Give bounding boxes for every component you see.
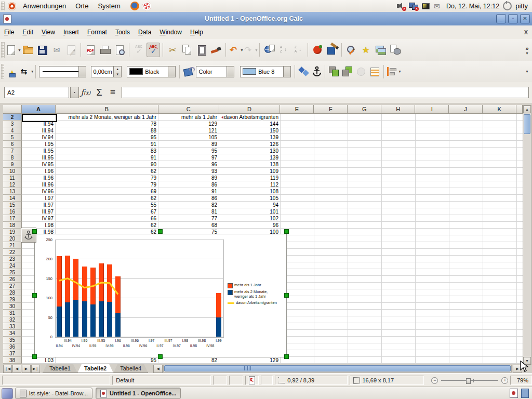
panel-menu-system[interactable]: System (93, 1, 125, 11)
firefox-launcher-icon[interactable] (130, 2, 139, 10)
cell-K23[interactable] (483, 256, 517, 262)
cell-K38[interactable] (483, 357, 517, 364)
cell-K12[interactable] (483, 181, 517, 188)
cell-K11[interactable] (483, 175, 517, 181)
cell-A7[interactable]: II.95 (22, 148, 56, 154)
cell-G30[interactable] (348, 303, 382, 310)
cell-K2[interactable] (483, 114, 517, 121)
cell-partial[interactable] (517, 181, 523, 188)
menu-insert[interactable]: Insert (59, 26, 83, 38)
find-replace-button[interactable] (344, 43, 358, 57)
send-to-back-button[interactable] (341, 64, 354, 79)
cell-H10[interactable] (382, 168, 416, 175)
cell-D8[interactable]: 139 (219, 154, 281, 161)
navigator-button[interactable]: ★ (359, 43, 373, 57)
signature-cell[interactable] (261, 376, 273, 385)
sheet-tab-tabelle1[interactable]: Tabelle1 (43, 364, 77, 373)
cell-C5[interactable]: 105 (158, 134, 219, 141)
cell-J4[interactable] (449, 127, 483, 134)
cell-G33[interactable] (348, 323, 382, 330)
dropdown-arrow-icon[interactable]: ▼ (255, 48, 258, 52)
cell-H38[interactable] (382, 357, 416, 364)
menu-edit[interactable]: Edit (18, 26, 37, 38)
cell-C4[interactable]: 121 (158, 127, 219, 134)
cell-F21[interactable] (314, 242, 348, 249)
cell-A9[interactable]: IV.95 (22, 161, 56, 168)
cell-I5[interactable] (416, 134, 449, 141)
cell-H34[interactable] (382, 330, 416, 337)
cell-C10[interactable]: 93 (158, 168, 219, 175)
cell-D18[interactable]: 96 (219, 222, 281, 229)
cell-K20[interactable] (483, 235, 517, 242)
embedded-chart[interactable]: 050100150200250II.94III.94IV.94I.95II.95… (34, 234, 287, 357)
last-sheet-icon[interactable]: ▶❘ (31, 365, 40, 373)
cell-partial[interactable] (517, 296, 523, 303)
cell-F29[interactable] (314, 296, 348, 303)
cell-K24[interactable] (483, 262, 517, 269)
cell-K8[interactable] (483, 154, 517, 161)
cell-I37[interactable] (416, 350, 449, 357)
zoom-slider-thumb[interactable] (466, 378, 471, 384)
open-button[interactable] (21, 43, 34, 57)
cell-F35[interactable] (314, 337, 348, 343)
cell-C7[interactable]: 95 (158, 148, 219, 154)
maximize-button[interactable]: ▫ (508, 14, 518, 23)
cell-J12[interactable] (449, 181, 483, 188)
cell-K19[interactable] (483, 229, 517, 235)
cell-I7[interactable] (416, 148, 449, 154)
cell-H30[interactable] (382, 303, 416, 310)
equals-button[interactable]: = (106, 86, 119, 99)
cell-G4[interactable] (348, 127, 382, 134)
cell-A5[interactable]: IV.94 (22, 134, 56, 141)
column-header-F[interactable]: F (314, 105, 348, 114)
panel-clock[interactable]: Do, 12. Mai, 12:12 (446, 3, 499, 10)
cell-J11[interactable] (449, 175, 483, 181)
column-header-H[interactable]: H (381, 105, 415, 114)
cell-I12[interactable] (416, 181, 449, 188)
line-style-select[interactable] (39, 66, 79, 77)
cell-F22[interactable] (314, 249, 348, 256)
cell-D16[interactable]: 101 (219, 208, 281, 215)
row-header-18[interactable]: 18 (3, 222, 22, 229)
document-modified-cell[interactable] (245, 376, 259, 385)
cell-I33[interactable] (416, 323, 449, 330)
cell-H8[interactable] (382, 154, 416, 161)
function-wizard-button[interactable]: ƒ(x) (79, 86, 92, 99)
cell-F4[interactable] (314, 127, 348, 134)
cell-E4[interactable] (281, 127, 314, 134)
cell-E9[interactable] (281, 161, 314, 168)
next-sheet-icon[interactable]: ▶ (22, 365, 31, 373)
row-header-27[interactable]: 27 (3, 283, 22, 289)
cell-J30[interactable] (449, 303, 483, 310)
area-style-select[interactable]: Color (196, 66, 228, 77)
cell-partial[interactable] (517, 208, 523, 215)
cell-E12[interactable] (281, 181, 314, 188)
cell-I11[interactable] (416, 175, 449, 181)
cell-I19[interactable] (416, 229, 449, 235)
horizontal-scroll-thumb[interactable] (164, 365, 511, 371)
cell-C14[interactable]: 86 (158, 195, 219, 202)
row-header-20[interactable]: 20 (3, 235, 22, 242)
row-header-32[interactable]: 32 (3, 316, 22, 323)
cell-H25[interactable] (382, 269, 416, 276)
cell-I29[interactable] (416, 296, 449, 303)
cell-F14[interactable] (314, 195, 348, 202)
cell-J5[interactable] (449, 134, 483, 141)
cell-J26[interactable] (449, 276, 483, 283)
cell-F16[interactable] (314, 208, 348, 215)
vertical-scroll-thumb[interactable] (524, 114, 530, 134)
cell-I23[interactable] (416, 256, 449, 262)
cell-F28[interactable] (314, 289, 348, 296)
cell-K17[interactable] (483, 215, 517, 222)
sort-ascending-button[interactable]: AZ↓ (277, 43, 290, 57)
cell-G18[interactable] (348, 222, 382, 229)
cell-G38[interactable] (348, 357, 382, 364)
user-switcher-icon[interactable] (503, 2, 512, 10)
cell-J22[interactable] (449, 249, 483, 256)
cell-F15[interactable] (314, 202, 348, 208)
area-color-select[interactable]: Blue 8 (240, 66, 284, 77)
row-header-36[interactable]: 36 (3, 343, 22, 350)
cell-H37[interactable] (382, 350, 416, 357)
cell-K13[interactable] (483, 188, 517, 195)
cell-C12[interactable]: 86 (158, 181, 219, 188)
